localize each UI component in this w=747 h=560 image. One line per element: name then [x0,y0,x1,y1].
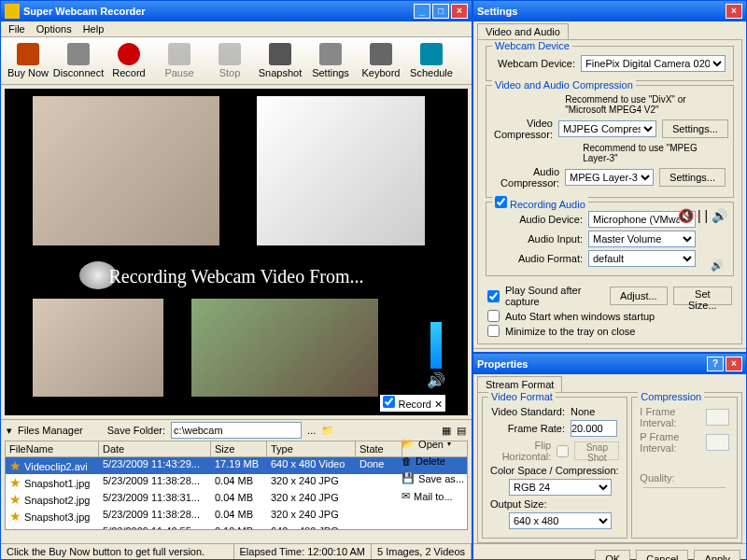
grp-recording-audio: Recording Audio 🔇 | | 🔊 Audio Device: Mi… [486,202,734,276]
audio-compressor-select[interactable]: MPEG Layer-3 [565,169,654,186]
preview-img-1 [33,96,219,245]
app-icon [5,4,20,19]
settings-titlebar: Settings × [473,1,746,21]
toolbar: Buy Now Disconnect Record Pause Stop Sna… [1,37,472,85]
webcam-device-select[interactable]: FinePix Digital Camera 020724 (W [581,55,726,72]
grp-video-format: Video Format Video Standard:None Frame R… [482,397,627,539]
menu-help[interactable]: Help [83,23,105,35]
save-folder-input[interactable] [171,422,302,439]
tool-disconnect[interactable]: Disconnect [55,41,102,80]
col-filename[interactable]: FileName [6,441,99,456]
files-label: Files Manager [18,425,83,436]
iframe-input [706,409,729,426]
file-row[interactable]: ★ Videoclip2.avi5/23/2009 11:43:29...17.… [6,457,467,474]
volume-slider[interactable] [430,322,442,369]
minimize-button[interactable]: _ [414,4,430,19]
ok-button[interactable]: OK [595,550,630,560]
file-row[interactable]: ★ Snapshot3.jpg5/23/2009 11:38:28...0.04… [6,508,467,525]
setsize-button[interactable]: Set Size... [673,287,732,305]
acomp-settings-button[interactable]: Settings... [659,168,726,187]
settings-title: Settings [477,6,726,17]
tool-record[interactable]: Record [106,41,152,80]
audio-format-select[interactable]: default [588,250,696,267]
speaker-icon[interactable]: 🔊 [427,371,445,389]
props-title: Properties [477,358,707,370]
minimize-tray-checkbox[interactable] [487,325,500,337]
main-window: Super Webcam Recorder _ □ × File Options… [0,0,472,560]
outputsize-select[interactable]: 640 x 480 [509,512,612,529]
adjust-button[interactable]: Adjust... [610,287,668,305]
flip-checkbox [557,445,569,457]
status-tip: Click the Buy Now button to get full ver… [1,544,234,559]
grp-compression: Compression I Frame Interval: P Frame In… [631,397,738,539]
collapse-icon[interactable]: ▾ [7,425,12,437]
grp-device: Webcam Device Webcam Device: FinePix Dig… [486,46,734,81]
browse-button[interactable]: ... [307,425,316,436]
main-title: Super Webcam Recorder [23,6,414,17]
status-bar: Click the Buy Now button to get full ver… [1,543,472,559]
files-header: FileName Date Size Type State [5,441,468,457]
tool-schedule[interactable]: Schedule [408,41,455,80]
close-button[interactable]: × [451,4,468,19]
audio-input-select[interactable]: Master Volume [588,231,696,247]
settings-window: Settings × Video and Audio Webcam Device… [472,0,747,353]
apply-button[interactable]: Apply [694,550,740,560]
menu-options[interactable]: Options [36,23,72,35]
cancel-button[interactable]: Cancel [636,550,688,560]
col-state[interactable]: State [356,441,402,456]
props-tab[interactable]: Stream Format [477,376,562,392]
preview-img-3 [33,299,163,397]
main-titlebar: Super Webcam Recorder _ □ × [1,1,472,21]
properties-window: Properties ?× Stream Format Video Format… [472,353,747,560]
vcomp-settings-button[interactable]: Settings... [662,119,728,138]
props-close-button[interactable]: × [726,357,742,371]
action-open[interactable]: 📂 Open ▾ [402,438,464,450]
folder-icon[interactable]: 📁 [321,425,334,437]
tool-settings[interactable]: Settings [307,41,354,80]
files-list[interactable]: ★ Videoclip2.avi5/23/2009 11:43:29...17.… [5,457,468,530]
col-type[interactable]: Type [267,441,356,456]
preview-img-4 [191,299,378,397]
view-list-icon[interactable]: ▦ [442,425,451,437]
menubar: File Options Help [1,21,472,37]
quality-slider [643,487,726,488]
file-row[interactable]: ★ Snapshot4.jpg5/23/2009 11:40:55...0.10… [6,525,467,530]
preview-text: Recording Webcam Video From... [5,266,468,287]
status-time: Elapsed Time: 12:00:10 AM [234,544,373,559]
tool-keyboard[interactable]: Keybord [358,41,404,80]
props-help-button[interactable]: ? [707,357,724,371]
menu-file[interactable]: File [8,23,25,35]
action-delete[interactable]: 🗑 Delete [402,455,464,467]
view-thumb-icon[interactable]: ▤ [457,425,466,437]
status-count: 5 Images, 2 Videos [372,544,472,559]
play-sound-checkbox[interactable] [487,290,500,302]
autostart-checkbox[interactable] [487,310,500,322]
pframe-input [706,434,729,451]
speaker-sliders[interactable]: 🔇 | | 🔊 [678,208,727,223]
tool-buynow[interactable]: Buy Now [5,41,51,80]
col-size[interactable]: Size [211,441,267,456]
snapshot-button: Snap Shot [574,441,619,460]
col-date[interactable]: Date [99,441,211,456]
settings-close-button[interactable]: × [726,4,742,19]
action-mailto[interactable]: ✉ Mail to... [402,490,464,502]
file-row[interactable]: ★ Snapshot1.jpg5/23/2009 11:38:28...0.04… [6,474,467,491]
tool-stop[interactable]: Stop [206,41,253,80]
settings-tab[interactable]: Video and Audio [477,23,569,39]
tool-snapshot[interactable]: Snapshot [257,41,303,80]
speaker-icon[interactable]: 🔊 [711,259,724,272]
action-saveas[interactable]: 💾 Save as... [402,472,464,484]
preview-img-2 [257,96,425,245]
colorspace-select[interactable]: RGB 24 [509,479,612,496]
record-checkbox[interactable]: Record ✕ [380,395,445,412]
maximize-button[interactable]: □ [432,4,449,19]
video-compressor-select[interactable]: MJPEG Compressor [558,120,656,137]
save-folder-label: Save Folder: [107,425,165,436]
tool-pause[interactable]: Pause [156,41,203,80]
file-row[interactable]: ★ Snapshot2.jpg5/23/2009 11:38:31...0.04… [6,491,467,508]
framerate-input[interactable] [571,420,617,437]
file-actions: 📂 Open ▾ 🗑 Delete 💾 Save as... ✉ Mail to… [402,438,464,502]
grp-compression: Video and Audio Compression Recommend to… [486,85,734,198]
props-titlebar: Properties ?× [473,354,746,374]
recording-audio-checkbox[interactable] [495,196,507,208]
